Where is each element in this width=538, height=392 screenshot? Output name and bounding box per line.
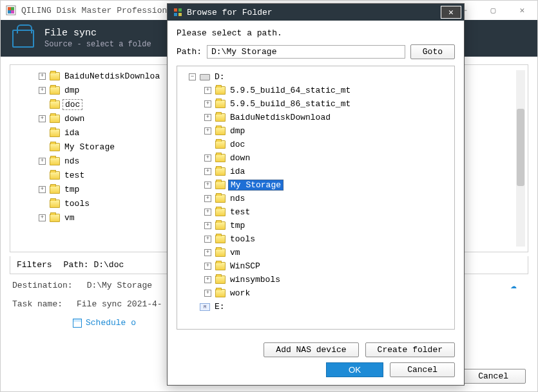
page-title: File sync <box>44 28 151 39</box>
svg-rect-7 <box>174 13 177 16</box>
folder-label: tools <box>228 234 257 244</box>
expander-icon[interactable]: + <box>204 222 211 229</box>
ok-button[interactable]: OK <box>326 362 383 377</box>
tree-item-label: tools <box>62 199 91 209</box>
taskname-label: Task name: <box>12 299 62 309</box>
page-subtitle: Source - select a folde <box>44 40 151 49</box>
folder-icon <box>215 113 226 122</box>
folder-node[interactable]: +WinSCP <box>178 259 453 273</box>
folder-node[interactable]: +dmp <box>178 124 453 138</box>
taskname-value: File sync 2021-4- <box>77 299 162 309</box>
expander-icon[interactable]: + <box>204 249 211 256</box>
folder-icon <box>50 171 60 180</box>
expander-icon[interactable]: + <box>39 73 46 80</box>
folder-node[interactable]: +vm <box>178 246 453 259</box>
drive-node[interactable]: ME: <box>178 300 453 313</box>
add-nas-button[interactable]: Add NAS device <box>264 342 358 357</box>
folder-node[interactable]: +test <box>178 205 453 219</box>
folder-label: winsymbols <box>228 275 282 285</box>
close-button[interactable]: ✕ <box>508 1 537 19</box>
folder-icon <box>215 86 226 95</box>
tree-item-label: test <box>62 171 86 180</box>
expander-icon[interactable]: + <box>204 195 211 202</box>
folder-label: dmp <box>228 126 247 136</box>
drive-node[interactable]: −D: <box>178 70 453 84</box>
expander-icon[interactable]: + <box>204 209 211 216</box>
folder-node[interactable]: +BaiduNetdiskDownload <box>178 111 453 124</box>
folder-icon <box>50 200 60 208</box>
expander-icon[interactable]: + <box>204 182 211 189</box>
folder-icon <box>215 194 226 203</box>
folder-label: WinSCP <box>228 261 262 271</box>
folder-node[interactable]: +nds <box>178 192 453 205</box>
create-folder-button[interactable]: Create folder <box>365 342 455 357</box>
folder-icon <box>215 221 226 230</box>
folder-label: My Storage <box>228 180 283 191</box>
folder-label: vm <box>228 248 242 257</box>
dialog-path-input[interactable] <box>207 45 405 59</box>
dialog-cancel-button[interactable]: Cancel <box>390 362 455 377</box>
dialog-close-button[interactable]: ✕ <box>441 6 461 19</box>
expander-icon[interactable]: + <box>204 100 211 107</box>
folder-node[interactable]: +5.9.5_build_64_static_mt <box>178 84 453 97</box>
filters-button[interactable]: Filters <box>17 260 52 270</box>
svg-rect-8 <box>178 13 182 16</box>
folder-icon <box>50 115 60 123</box>
expander-icon[interactable]: + <box>204 127 211 135</box>
tree-item-label: dmp <box>62 86 81 95</box>
tree-item-label: vm <box>62 213 77 223</box>
mmc-icon: M <box>200 303 210 311</box>
folder-icon <box>50 157 60 165</box>
expander-icon[interactable]: + <box>204 114 211 121</box>
folder-node[interactable]: +ida <box>178 165 453 178</box>
expander-icon[interactable]: + <box>39 214 46 221</box>
main-cancel-button[interactable]: Cancel <box>461 369 526 384</box>
folder-node[interactable]: +tmp <box>178 219 453 232</box>
folder-tree-panel[interactable]: −D:+5.9.5_build_64_static_mt+5.9.5_build… <box>177 66 455 330</box>
cloud-icon[interactable]: ☁ <box>510 279 517 292</box>
expander-icon[interactable]: + <box>204 87 211 94</box>
expander-icon[interactable]: + <box>39 158 46 165</box>
folder-node[interactable]: +My Storage <box>178 178 453 192</box>
folder-icon <box>215 140 226 149</box>
sync-icon <box>12 30 34 48</box>
dialog-icon <box>173 7 183 17</box>
path-display: Path: D:\doc <box>64 260 124 270</box>
folder-node[interactable]: +5.9.5_build_86_static_mt <box>178 97 453 111</box>
folder-node[interactable]: doc <box>178 138 453 151</box>
expander-icon[interactable]: + <box>204 236 211 243</box>
expander-icon[interactable]: + <box>39 115 46 122</box>
folder-icon <box>215 262 226 270</box>
folder-icon <box>215 235 226 243</box>
folder-node[interactable]: +winsymbols <box>178 273 453 286</box>
folder-label: test <box>228 207 252 217</box>
tree-item-label: BaiduNetdiskDownloa <box>62 71 162 81</box>
svg-rect-1 <box>8 7 11 10</box>
folder-icon <box>50 214 60 222</box>
folder-label: doc <box>228 140 247 149</box>
expander-icon[interactable]: − <box>189 73 196 80</box>
svg-rect-6 <box>178 8 182 12</box>
expander-icon[interactable]: + <box>39 87 46 94</box>
folder-node[interactable]: +tools <box>178 232 453 246</box>
folder-node[interactable]: +down <box>178 151 453 165</box>
expander-icon[interactable]: + <box>204 263 211 270</box>
folder-label: ida <box>228 167 247 176</box>
tree-item-label: nds <box>62 156 81 166</box>
goto-button[interactable]: Goto <box>410 44 455 59</box>
tree-item-label: tmp <box>62 185 81 194</box>
expander-icon[interactable]: + <box>204 276 211 283</box>
expander-icon[interactable]: + <box>204 168 211 175</box>
scrollbar[interactable] <box>516 70 525 247</box>
expander-icon[interactable]: + <box>204 290 211 297</box>
folder-icon <box>215 100 226 108</box>
folder-label: down <box>228 153 252 163</box>
expander-icon[interactable]: + <box>39 186 46 193</box>
tree-item-label: down <box>62 114 86 124</box>
folder-node[interactable]: +work <box>178 286 453 300</box>
maximize-button[interactable]: ▢ <box>479 1 508 19</box>
folder-icon <box>50 185 60 194</box>
calendar-icon <box>73 319 82 328</box>
disk-icon <box>200 74 210 80</box>
expander-icon[interactable]: + <box>204 154 211 162</box>
